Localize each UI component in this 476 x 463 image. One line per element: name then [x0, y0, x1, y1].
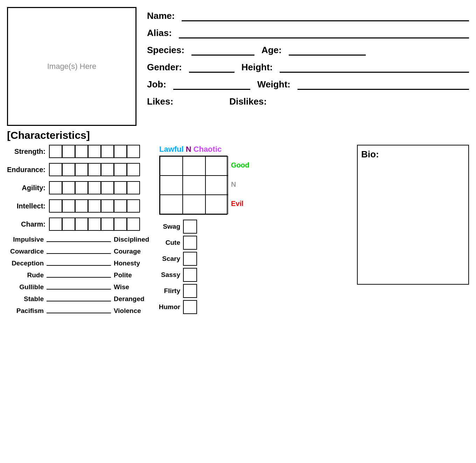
stat-box[interactable]: [75, 199, 88, 213]
intellect-boxes: [49, 199, 140, 213]
alias-row: Alias:: [147, 28, 469, 38]
trait-right-5: Deranged: [114, 295, 154, 303]
gender-label: Gender:: [147, 62, 182, 73]
alias-input[interactable]: [179, 28, 469, 38]
stat-box[interactable]: [62, 145, 75, 158]
alignment-cell-true-neutral[interactable]: [183, 176, 205, 195]
alignment-cell-lawful-neutral[interactable]: [160, 176, 183, 195]
charm-label: Charm:: [7, 220, 46, 228]
trait-right-6: Violence: [114, 307, 154, 315]
stat-box[interactable]: [101, 181, 114, 194]
alignment-cell-chaotic-good[interactable]: [205, 156, 228, 176]
stat-box[interactable]: [101, 218, 114, 231]
trait-right-2: Honesty: [114, 259, 154, 267]
endurance-boxes: [49, 163, 140, 176]
personality-checkbox-3[interactable]: [183, 268, 197, 282]
age-input[interactable]: [289, 45, 366, 56]
stat-box[interactable]: [114, 181, 127, 194]
personality-checkbox-4[interactable]: [183, 284, 197, 298]
stat-box[interactable]: [49, 181, 62, 194]
stat-box[interactable]: [101, 199, 114, 213]
bio-label: Bio:: [361, 149, 379, 159]
stat-box[interactable]: [49, 163, 62, 176]
trait-right-3: Polite: [114, 271, 154, 279]
alignment-labels-right: Good N Evil: [231, 156, 249, 213]
stat-box[interactable]: [114, 218, 127, 231]
stat-box[interactable]: [62, 163, 75, 176]
trait-line-1: [47, 249, 111, 254]
trait-cowardice: Cowardice Courage: [7, 248, 154, 255]
image-placeholder-text: Image(s) Here: [47, 62, 97, 71]
stat-box[interactable]: [88, 145, 101, 158]
stat-box[interactable]: [127, 163, 140, 176]
alignment-cell-neutral-evil[interactable]: [183, 195, 205, 214]
stat-box[interactable]: [127, 181, 140, 194]
weight-input[interactable]: [298, 79, 469, 90]
alignment-lawful-label: Lawful: [159, 145, 184, 154]
height-input[interactable]: [280, 62, 469, 73]
alignment-chaotic-label: Chaotic: [194, 145, 222, 154]
main-bottom: Strength: Endurance:: [7, 145, 469, 319]
species-label: Species:: [147, 45, 184, 56]
stat-box[interactable]: [127, 199, 140, 213]
species-age-row: Species: Age:: [147, 45, 469, 56]
job-input[interactable]: [173, 79, 250, 90]
alignment-evil-label: Evil: [231, 200, 249, 208]
alignment-neutral-label: N: [231, 180, 249, 188]
bio-box: Bio:: [357, 145, 469, 285]
stat-box[interactable]: [75, 181, 88, 194]
species-input[interactable]: [191, 45, 254, 56]
alignment-grid: [159, 156, 227, 215]
stat-box[interactable]: [75, 218, 88, 231]
trait-right-1: Courage: [114, 248, 154, 255]
trait-gullible: Gullible Wise: [7, 283, 154, 291]
personality-checkbox-2[interactable]: [183, 252, 197, 266]
stat-box[interactable]: [49, 199, 62, 213]
personality-label-3: Sassy: [158, 271, 180, 279]
charm-boxes: [49, 218, 140, 231]
stat-box[interactable]: [101, 163, 114, 176]
stat-box[interactable]: [75, 163, 88, 176]
personality-sassy: Sassy: [158, 268, 354, 282]
intellect-row: Intellect:: [7, 199, 154, 213]
trait-left-2: Deception: [7, 259, 44, 267]
likes-label: Likes:: [147, 96, 173, 107]
height-label: Height:: [241, 62, 273, 73]
stat-box[interactable]: [114, 145, 127, 158]
gender-input[interactable]: [189, 62, 234, 73]
trait-rude: Rude Polite: [7, 271, 154, 279]
alignment-cell-chaotic-neutral[interactable]: [205, 176, 228, 195]
stat-box[interactable]: [62, 181, 75, 194]
dislikes-label: Dislikes:: [229, 96, 267, 107]
alignment-cell-lawful-evil[interactable]: [160, 195, 183, 214]
gender-height-row: Gender: Height:: [147, 62, 469, 73]
stat-box[interactable]: [127, 145, 140, 158]
stat-box[interactable]: [101, 145, 114, 158]
stat-box[interactable]: [114, 199, 127, 213]
trait-left-4: Gullible: [7, 283, 44, 291]
alignment-cell-neutral-good[interactable]: [183, 156, 205, 176]
alignment-cell-chaotic-evil[interactable]: [205, 195, 228, 214]
stat-box[interactable]: [88, 163, 101, 176]
stat-box[interactable]: [75, 145, 88, 158]
name-input[interactable]: [182, 11, 469, 21]
personality-checkbox-0[interactable]: [183, 220, 197, 234]
stat-box[interactable]: [62, 199, 75, 213]
personality-flirty: Flirty: [158, 284, 354, 298]
stat-box[interactable]: [127, 218, 140, 231]
job-weight-row: Job: Weight:: [147, 79, 469, 90]
stat-box[interactable]: [88, 181, 101, 194]
alignment-cell-lawful-good[interactable]: [160, 156, 183, 176]
intellect-label: Intellect:: [7, 202, 46, 210]
personality-checkbox-1[interactable]: [183, 236, 197, 250]
trait-line-5: [47, 297, 111, 301]
stat-box[interactable]: [114, 163, 127, 176]
stat-box[interactable]: [88, 218, 101, 231]
stat-box[interactable]: [49, 145, 62, 158]
stat-box[interactable]: [88, 199, 101, 213]
personality-checkbox-5[interactable]: [183, 300, 197, 314]
stat-box[interactable]: [62, 218, 75, 231]
personality-label-5: Humor: [158, 303, 180, 311]
alignment-header: Lawful N Chaotic: [159, 145, 354, 154]
stat-box[interactable]: [49, 218, 62, 231]
